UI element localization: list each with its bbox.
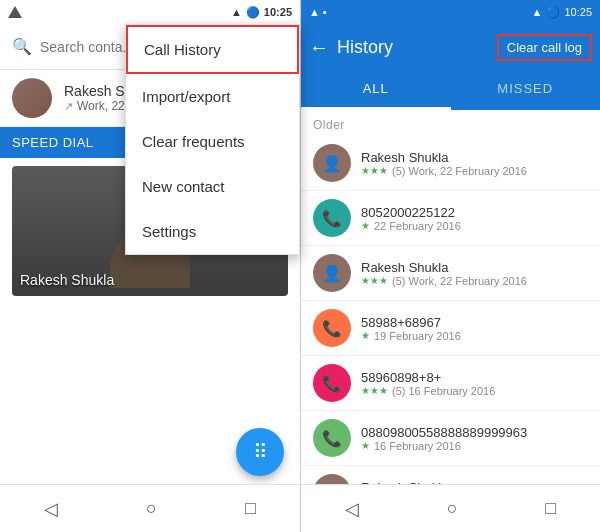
- call-avatar: 👤: [313, 254, 351, 292]
- left-status-right: ▲ 🔵 10:25: [231, 6, 292, 19]
- tab-missed[interactable]: MISSED: [451, 70, 601, 110]
- avatar-img: [12, 78, 52, 118]
- dropdown-settings[interactable]: Settings: [126, 209, 299, 254]
- call-info: 08809800558888889999963★16 February 2016: [361, 425, 588, 452]
- call-name: 58960898+8+: [361, 370, 588, 385]
- left-time: 10:25: [264, 6, 292, 18]
- back-nav-icon[interactable]: ◁: [44, 498, 58, 520]
- call-name: Rakesh Shukla: [361, 150, 588, 165]
- dial-fab[interactable]: ⠿: [236, 428, 284, 476]
- call-avatar: 📞: [313, 364, 351, 402]
- right-notification-icon: ▪: [323, 6, 327, 18]
- call-info: 58988+68967★19 February 2016: [361, 315, 588, 342]
- right-back-nav-icon[interactable]: ◁: [345, 498, 359, 520]
- call-avatar: 📞: [313, 199, 351, 237]
- call-avatar: 📞: [313, 309, 351, 347]
- tab-all[interactable]: ALL: [301, 70, 451, 110]
- home-nav-icon[interactable]: ○: [146, 498, 157, 519]
- signal-bars-icon: ▲: [231, 6, 242, 18]
- call-sub: ★★★(5) Work, 22 February 2016: [361, 165, 588, 177]
- dropdown-clear-frequents[interactable]: Clear frequents: [126, 119, 299, 164]
- call-avatar: 👤: [313, 474, 351, 484]
- back-button[interactable]: ←: [309, 36, 329, 59]
- call-name: 08809800558888889999963: [361, 425, 588, 440]
- right-bluetooth-icon: 🔵: [546, 6, 560, 19]
- dropdown-call-history[interactable]: Call History: [126, 25, 299, 74]
- left-status-left: [8, 6, 22, 18]
- right-signal-icon: ▲: [532, 6, 543, 18]
- call-item[interactable]: 👤Rakesh ShuklaWork, 14 February 2016: [301, 466, 600, 484]
- right-home-nav-icon[interactable]: ○: [447, 498, 458, 519]
- dropdown-import-export[interactable]: Import/export: [126, 74, 299, 119]
- call-item[interactable]: 👤Rakesh Shukla★★★(5) Work, 22 February 2…: [301, 246, 600, 301]
- right-toolbar: ← History Clear call log: [301, 24, 600, 70]
- call-info: 58960898+8+★★★(5) 16 February 2016: [361, 370, 588, 397]
- left-nav-bar: ◁ ○ □: [0, 484, 300, 532]
- call-list: Older 👤Rakesh Shukla★★★(5) Work, 22 Febr…: [301, 110, 600, 484]
- call-sub: ★19 February 2016: [361, 330, 588, 342]
- call-sub: ★16 February 2016: [361, 440, 588, 452]
- tab-all-label: ALL: [363, 81, 389, 96]
- call-sub: ★★★(5) 16 February 2016: [361, 385, 588, 397]
- signal-icon: [8, 6, 22, 18]
- call-direction-icon: ↗: [64, 100, 73, 113]
- menu-nav-icon[interactable]: □: [245, 498, 256, 519]
- call-item[interactable]: 📞08809800558888889999963★16 February 201…: [301, 411, 600, 466]
- avatar: [12, 78, 52, 118]
- tabs-bar: ALL MISSED: [301, 70, 600, 110]
- right-menu-nav-icon[interactable]: □: [545, 498, 556, 519]
- call-name: 8052000225122: [361, 205, 588, 220]
- right-nav-bar: ◁ ○ □: [301, 484, 600, 532]
- speed-dial-label: SPEED DIAL: [12, 135, 94, 150]
- left-status-bar: ▲ 🔵 10:25: [0, 0, 300, 24]
- dialpad-icon: ⠿: [253, 440, 268, 464]
- right-status-left: ▲ ▪: [309, 6, 327, 18]
- dropdown-menu: Call History Import/export Clear frequen…: [125, 24, 300, 255]
- call-name: Rakesh Shukla: [361, 260, 588, 275]
- call-sub: ★22 February 2016: [361, 220, 588, 232]
- search-icon: 🔍: [12, 37, 32, 56]
- tab-missed-label: MISSED: [497, 81, 553, 96]
- right-time: 10:25: [564, 6, 592, 18]
- left-panel: ▲ 🔵 10:25 🔍 Rakesh Shu... ↗ Work, 22 F..…: [0, 0, 300, 532]
- call-sub: ★★★(5) Work, 22 February 2016: [361, 275, 588, 287]
- toolbar-title: History: [337, 37, 489, 58]
- right-panel: ▲ ▪ ▲ 🔵 10:25 ← History Clear call log A…: [300, 0, 600, 532]
- call-item[interactable]: 📞8052000225122★22 February 2016: [301, 191, 600, 246]
- call-avatar: 📞: [313, 419, 351, 457]
- call-info: Rakesh Shukla★★★(5) Work, 22 February 20…: [361, 260, 588, 287]
- call-avatar: 👤: [313, 144, 351, 182]
- call-item[interactable]: 👤Rakesh Shukla★★★(5) Work, 22 February 2…: [301, 136, 600, 191]
- call-name: 58988+68967: [361, 315, 588, 330]
- call-items-container: 👤Rakesh Shukla★★★(5) Work, 22 February 2…: [301, 136, 600, 484]
- right-status-right: ▲ 🔵 10:25: [532, 6, 592, 19]
- right-triangle-icon: ▲: [309, 6, 320, 18]
- right-status-bar: ▲ ▪ ▲ 🔵 10:25: [301, 0, 600, 24]
- call-info: 8052000225122★22 February 2016: [361, 205, 588, 232]
- call-info: Rakesh Shukla★★★(5) Work, 22 February 20…: [361, 150, 588, 177]
- call-item[interactable]: 📞58988+68967★19 February 2016: [301, 301, 600, 356]
- clear-call-log-button[interactable]: Clear call log: [497, 34, 592, 61]
- section-older: Older: [301, 110, 600, 136]
- photo-contact-name: Rakesh Shukla: [20, 272, 114, 288]
- bluetooth-icon: 🔵: [246, 6, 260, 19]
- call-item[interactable]: 📞58960898+8+★★★(5) 16 February 2016: [301, 356, 600, 411]
- dropdown-new-contact[interactable]: New contact: [126, 164, 299, 209]
